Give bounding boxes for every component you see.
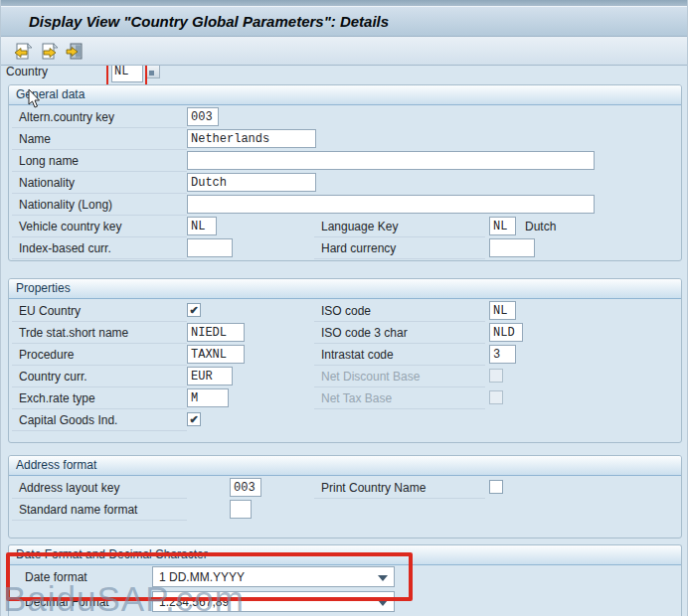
net-discount-base-checkbox [489,369,503,383]
row-exch-nettax: Exch.rate type M Net Tax Base [12,387,678,409]
language-key-field[interactable]: NL [489,217,516,235]
procedure-field[interactable]: TAXNL [187,345,245,364]
hard-currency-field[interactable] [489,238,535,257]
group-date-decimal: Date Format and Decimal Character Date f… [8,544,682,616]
trde-stat-short-name-field[interactable]: NIEDL [187,323,245,342]
row-eu-iso: EU Country ✔ ISO code NL [12,300,678,322]
row-vehicle-language: Vehicle country key NL Language Key NL D… [12,216,678,237]
field-label: Nationality [19,176,75,190]
row-procedure-intrastat: Procedure TAXNL Intrastat code 3 [12,344,678,366]
group-title: General data [16,87,85,101]
standard-name-format-field[interactable] [230,500,252,519]
page-title: Display View "Country Global Parameters"… [29,13,389,30]
field-label: Vehicle country key [19,220,121,233]
sap-window: Display View "Country Global Parameters"… [0,0,688,616]
iso-code-3-char-field[interactable]: NLD [489,323,523,342]
decimal-format-value: 1.234.567,89 [159,595,229,609]
field-label: Language Key [321,220,398,233]
net-tax-base-checkbox [489,390,503,404]
exch-rate-type-field[interactable]: M [187,388,229,407]
intrastat-code-field[interactable]: 3 [489,345,516,364]
row-countrycurr-netdiscount: Country curr. EUR Net Discount Base [12,366,678,387]
language-key-text: Dutch [525,220,556,233]
field-label: Trde stat.short name [19,326,128,340]
group-header: Properties [9,279,681,299]
row-standard-name-format: Standard name format [12,499,678,521]
field-label: ISO code 3 char [321,326,408,340]
field-label: Address layout key [19,481,119,495]
field-label: Exch.rate type [19,391,95,405]
field-label: EU Country [19,304,81,318]
nationality-field[interactable]: Dutch [187,173,316,192]
field-label: Index-based curr. [19,241,111,255]
date-format-value: 1 DD.MM.YYYY [159,570,245,584]
row-long-name: Long name [12,150,678,172]
country-row: Country NL [1,66,688,84]
row-trde-iso3: Trde stat.short name NIEDL ISO code 3 ch… [12,322,678,344]
value-help-icon[interactable] [146,66,160,78]
group-title: Date Format and Decimal Character [16,547,208,561]
field-label: Print Country Name [321,481,426,495]
application-toolbar [1,37,688,66]
group-title: Properties [16,281,71,295]
field-label: Long name [19,154,79,168]
next-entry-icon[interactable] [40,43,58,61]
previous-entry-icon[interactable] [14,43,32,61]
country-curr-field[interactable]: EUR [187,367,233,385]
decimal-format-dropdown[interactable]: 1.234.567,89 [152,591,395,612]
row-nationality-long: Nationality (Long) [12,194,678,216]
dropdown-arrow-icon [378,600,388,606]
country-label: Country [6,66,48,78]
row-date-format: Date format 1 DD.MM.YYYY [12,566,678,591]
group-general-data: General data Altern.country key 003 Name… [8,84,682,261]
date-format-dropdown[interactable]: 1 DD.MM.YYYY [152,566,395,587]
field-label: Intrastat code [321,348,394,362]
other-entry-icon[interactable] [66,43,84,61]
row-name: Name Netherlands [12,128,678,150]
row-index-hard-currency: Index-based curr. Hard currency [12,237,678,259]
print-country-name-checkbox[interactable] [489,480,503,494]
long-name-field[interactable] [187,151,595,170]
field-label-disabled: Net Discount Base [321,370,420,384]
field-label: Decimal Format [25,595,109,609]
field-label: ISO code [321,304,371,318]
field-label: Date format [25,570,87,584]
capital-goods-ind-checkbox[interactable]: ✔ [187,412,201,426]
group-header: Address format [9,456,681,476]
altern-country-key-field[interactable]: 003 [187,107,219,126]
field-label-disabled: Net Tax Base [321,391,392,405]
field-label: Name [19,132,51,146]
row-address-layout: Address layout key 003 Print Country Nam… [12,477,678,499]
index-based-curr-field[interactable] [187,238,233,257]
group-properties: Properties EU Country ✔ ISO code NL Trde… [8,278,682,443]
address-layout-key-field[interactable]: 003 [230,478,261,497]
field-label: Altern.country key [19,110,114,124]
row-decimal-format: Decimal Format 1.234.567,89 [12,591,678,616]
group-header: Date Format and Decimal Character [9,545,681,565]
field-label: Country curr. [19,370,87,384]
country-field[interactable]: NL [111,66,143,82]
vehicle-country-key-field[interactable]: NL [187,217,217,235]
title-bar: Display View "Country Global Parameters"… [1,6,688,37]
name-field[interactable]: Netherlands [187,129,316,148]
dropdown-arrow-icon [378,575,388,581]
iso-code-field[interactable]: NL [489,301,516,320]
field-label: Capital Goods Ind. [19,413,117,427]
field-label: Procedure [19,348,74,362]
row-altern-country-key: Altern.country key 003 [12,106,678,128]
group-header: General data [9,85,681,105]
group-address-format: Address format Address layout key 003 Pr… [8,455,682,539]
eu-country-checkbox[interactable]: ✔ [187,303,201,317]
field-label: Standard name format [19,503,137,517]
field-label: Hard currency [321,241,396,255]
row-nationality: Nationality Dutch [12,172,678,194]
row-capital-goods: Capital Goods Ind. ✔ [12,409,678,431]
field-label: Nationality (Long) [19,198,112,212]
nationality-long-field[interactable] [187,195,595,214]
group-title: Address format [16,458,96,472]
